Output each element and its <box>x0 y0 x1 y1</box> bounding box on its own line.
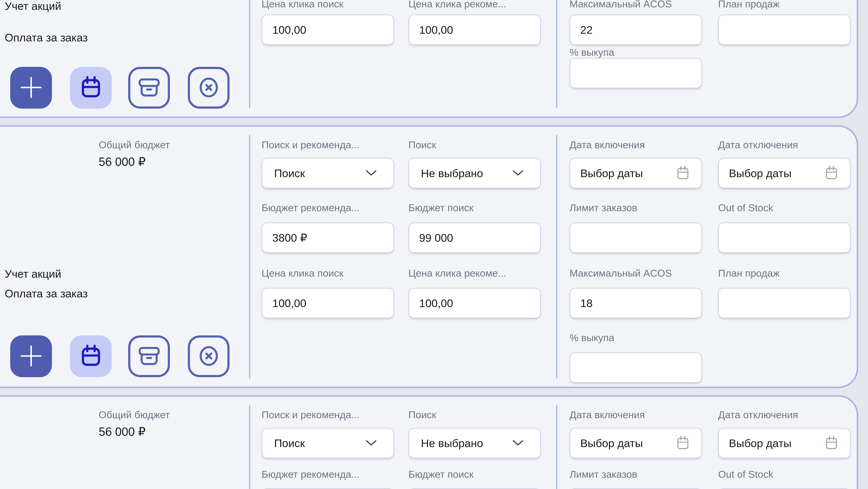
max-acos-input[interactable]: 22 <box>569 15 702 45</box>
promo-accounting-label: Учет акций <box>5 0 61 13</box>
budget-search-input[interactable]: 99 000 <box>408 223 541 253</box>
field-label-search-and-recommend: Поиск и рекоменда... <box>261 409 360 421</box>
schedule-button[interactable] <box>70 67 112 109</box>
promo-accounting-label: Учет акций <box>5 267 61 281</box>
field-label-search: Поиск <box>408 139 436 151</box>
chevron-down-icon <box>512 439 524 447</box>
cpc-recommend-input[interactable]: 100,00 <box>408 288 541 318</box>
column-divider <box>249 0 250 109</box>
calendar-icon <box>676 435 690 451</box>
cpc-recommend-value: 100,00 <box>409 24 453 36</box>
field-label-cpc-recommend: Цена клика рекоме... <box>408 267 506 279</box>
chevron-down-icon <box>365 170 377 177</box>
x-circle-icon <box>195 343 222 370</box>
add-button[interactable] <box>10 335 52 377</box>
calendar-icon <box>825 435 838 451</box>
max-acos-value: 18 <box>570 297 593 310</box>
date-off-picker[interactable]: Выбор даты <box>718 428 850 458</box>
payment-per-order-label: Оплата за заказ <box>5 287 88 300</box>
archive-box-icon <box>136 75 162 101</box>
field-label-cpc-recommend: Цена клика рекоме... <box>408 0 506 10</box>
date-on-value: Выбор даты <box>570 167 643 180</box>
total-budget-value: 56 000 ₽ <box>99 425 146 439</box>
plus-icon <box>17 341 46 371</box>
field-label-buyout-percent: % выкупа <box>569 47 614 58</box>
date-off-picker[interactable]: Выбор даты <box>718 158 850 189</box>
field-label-date-on: Дата включения <box>569 409 645 421</box>
field-label-date-on: Дата включения <box>569 139 645 151</box>
field-label-date-off: Дата отключения <box>718 139 798 151</box>
total-budget-label: Общий бюджет <box>99 409 170 421</box>
search-value: Не выбрано <box>409 167 483 180</box>
date-off-value: Выбор даты <box>719 437 792 450</box>
search-value: Не выбрано <box>409 437 483 450</box>
field-label-order-limit: Лимит заказов <box>569 202 637 214</box>
budget-recommend-input[interactable] <box>261 488 394 489</box>
date-off-value: Выбор даты <box>719 167 792 180</box>
campaign-card: Общий бюджет 56 000 ₽ Поиск и рекоменда.… <box>0 395 858 489</box>
archive-button[interactable] <box>128 67 170 109</box>
x-circle-icon <box>195 74 222 102</box>
field-label-out-of-stock: Out of Stock <box>718 468 773 480</box>
chevron-down-icon <box>365 439 377 447</box>
budget-search-input[interactable] <box>408 488 541 489</box>
budget-recommend-input[interactable]: 3800 ₽ <box>261 223 394 253</box>
date-on-value: Выбор даты <box>570 437 643 450</box>
out-of-stock-input[interactable] <box>718 223 850 253</box>
sales-plan-input[interactable] <box>718 288 850 318</box>
field-label-search: Поиск <box>408 409 436 421</box>
calendar-icon <box>676 165 690 181</box>
payment-per-order-label: Оплата за заказ <box>5 31 88 44</box>
sales-plan-input[interactable] <box>718 15 850 45</box>
field-label-max-acos: Максимальный ACOS <box>569 0 672 10</box>
field-label-buyout-percent: % выкупа <box>569 332 614 344</box>
field-label-budget-search: Бюджет поиск <box>408 468 473 480</box>
field-label-date-off: Дата отключения <box>718 409 798 421</box>
campaign-card: Учет акций Оплата за заказ Цена клика по… <box>0 0 858 118</box>
out-of-stock-input[interactable] <box>718 488 850 489</box>
search-and-recommend-select[interactable]: Поиск <box>261 428 394 458</box>
buyout-percent-input[interactable] <box>569 58 702 88</box>
field-label-out-of-stock: Out of Stock <box>718 202 773 214</box>
order-limit-input[interactable] <box>569 488 702 489</box>
field-label-sales-plan: План продаж <box>718 267 780 279</box>
cpc-search-input[interactable]: 100,00 <box>261 288 394 318</box>
date-on-picker[interactable]: Выбор даты <box>569 428 702 458</box>
cpc-recommend-value: 100,00 <box>409 297 453 310</box>
campaign-settings-page: Учет акций Оплата за заказ Цена клика по… <box>0 0 868 489</box>
order-limit-input[interactable] <box>569 223 702 253</box>
add-button[interactable] <box>10 67 52 109</box>
total-budget-value: 56 000 ₽ <box>99 155 146 169</box>
field-label-cpc-search: Цена клика поиск <box>261 267 343 279</box>
cpc-search-input[interactable]: 100,00 <box>261 15 394 45</box>
cpc-recommend-input[interactable]: 100,00 <box>408 15 541 45</box>
budget-search-value: 99 000 <box>409 231 453 244</box>
max-acos-input[interactable]: 18 <box>569 288 702 318</box>
archive-button[interactable] <box>128 335 170 377</box>
cancel-button[interactable] <box>188 335 229 377</box>
calendar-icon <box>79 344 103 369</box>
field-label-budget-search: Бюджет поиск <box>408 202 473 214</box>
cancel-button[interactable] <box>188 67 229 109</box>
max-acos-value: 22 <box>570 24 593 36</box>
search-select[interactable]: Не выбрано <box>408 428 541 458</box>
archive-box-icon <box>136 343 162 369</box>
campaign-card: Общий бюджет 56 000 ₽ Учет акций Оплата … <box>0 125 858 388</box>
field-label-order-limit: Лимит заказов <box>569 468 637 480</box>
field-label-budget-recommend: Бюджет рекоменда... <box>261 202 360 214</box>
calendar-icon <box>79 75 103 100</box>
date-on-picker[interactable]: Выбор даты <box>569 158 702 189</box>
cpc-search-value: 100,00 <box>262 24 306 36</box>
search-select[interactable]: Не выбрано <box>408 158 541 189</box>
column-divider <box>249 135 250 379</box>
search-and-recommend-value: Поиск <box>262 167 305 180</box>
buyout-percent-input[interactable] <box>569 352 702 383</box>
search-and-recommend-select[interactable]: Поиск <box>261 158 394 189</box>
field-label-cpc-search: Цена клика поиск <box>261 0 343 10</box>
field-label-search-and-recommend: Поиск и рекоменда... <box>261 139 360 151</box>
column-divider <box>556 135 557 379</box>
total-budget-label: Общий бюджет <box>99 139 170 151</box>
schedule-button[interactable] <box>70 335 112 377</box>
field-label-sales-plan: План продаж <box>718 0 780 10</box>
chevron-down-icon <box>512 170 524 177</box>
